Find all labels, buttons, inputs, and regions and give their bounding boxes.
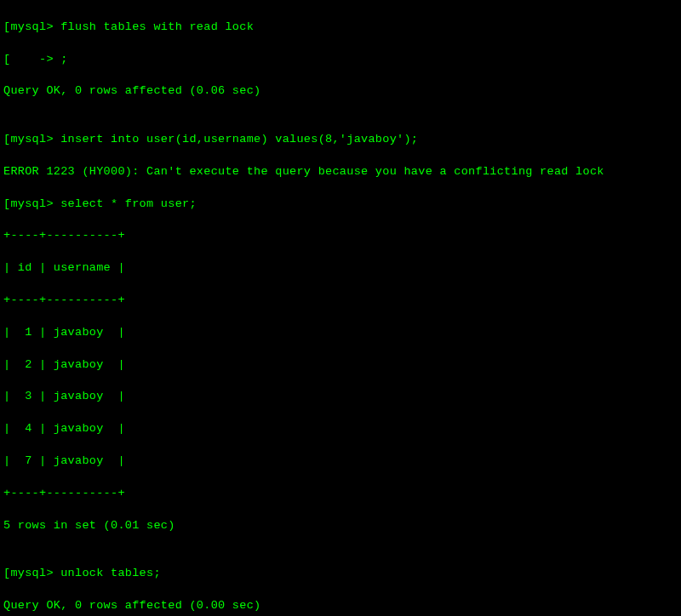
- prompt-line: [mysql> unlock tables;: [3, 566, 678, 582]
- query-result-line: Query OK, 0 rows affected (0.06 sec): [3, 83, 678, 100]
- table-row-line: | 3 | javaboy |: [3, 389, 678, 405]
- table-border-line: +----+----------+: [3, 228, 678, 244]
- prompt-line: [mysql> insert into user(id,username) va…: [3, 132, 678, 148]
- table-row-line: | 2 | javaboy |: [3, 357, 678, 374]
- table-border-line: +----+----------+: [3, 486, 678, 502]
- table-row-line: | 7 | javaboy |: [3, 453, 678, 470]
- continuation-line: [ -> ;: [3, 52, 678, 68]
- prompt-line: [mysql> flush tables with read lock: [3, 20, 678, 36]
- table-header-line: | id | username |: [3, 260, 678, 277]
- table-border-line: +----+----------+: [3, 293, 678, 309]
- table-row-line: | 1 | javaboy |: [3, 325, 678, 341]
- table-row-line: | 4 | javaboy |: [3, 421, 678, 437]
- query-result-line: Query OK, 0 rows affected (0.00 sec): [3, 598, 678, 614]
- result-summary-line: 5 rows in set (0.01 sec): [3, 518, 678, 534]
- prompt-line: [mysql> select * from user;: [3, 197, 678, 213]
- error-line: ERROR 1223 (HY000): Can't execute the qu…: [3, 164, 678, 180]
- terminal-output[interactable]: [mysql> flush tables with read lock [ ->…: [3, 3, 678, 616]
